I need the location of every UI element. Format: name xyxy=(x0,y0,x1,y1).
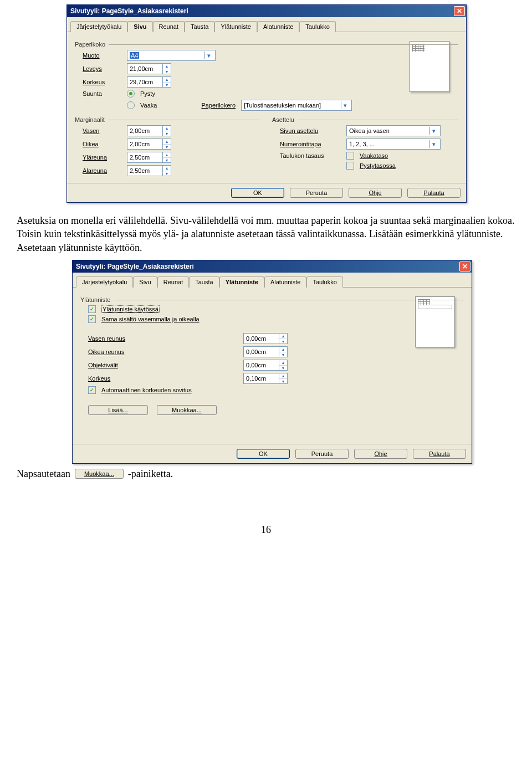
alareuna-spinner[interactable]: 2,50cm▴▾ xyxy=(127,165,171,176)
dialog-page-style-ylatunniste: Sivutyyli: PageStyle_Asiakasrekisteri ✕ … xyxy=(72,260,472,464)
paperilokero-select[interactable]: [Tulostinasetuksien mukaan] ▾ xyxy=(241,100,352,111)
titlebar: Sivutyyli: PageStyle_Asiakasrekisteri ✕ xyxy=(73,260,472,273)
automaattinen-label: Automaattinen korkeuden sovitus xyxy=(101,387,192,393)
sama-sisalto-check[interactable]: ✓ xyxy=(88,315,96,323)
leveys-spinner[interactable]: 21,00cm▴▾ xyxy=(127,63,171,74)
vasen-label: Vasen xyxy=(83,127,121,134)
pystytasossa-check[interactable] xyxy=(346,162,354,170)
inline-post: -painiketta. xyxy=(128,468,173,480)
tab-ylatunniste[interactable]: Ylätunniste xyxy=(219,276,264,288)
oikea-reunus-spinner[interactable]: 0,00cm▴▾ xyxy=(243,346,288,357)
pysty-label: Pysty xyxy=(140,90,155,97)
group-ylatunniste: Ylätunniste xyxy=(80,296,464,303)
tab-tausta[interactable]: Tausta xyxy=(185,21,214,32)
palauta-button[interactable]: Palauta xyxy=(413,449,466,459)
chevron-down-icon: ▾ xyxy=(204,52,213,59)
tab-sivu[interactable]: Sivu xyxy=(133,276,157,288)
tab-sivu[interactable]: Sivu xyxy=(127,21,152,32)
objektivalit-spinner[interactable]: 0,00cm▴▾ xyxy=(243,360,288,371)
korkeus-label: Korkeus xyxy=(83,79,121,85)
ok-button[interactable]: OK xyxy=(237,449,290,459)
vaaka-label: Vaaka xyxy=(140,102,157,109)
alareuna-label: Alareuna xyxy=(83,167,121,174)
ohje-button[interactable]: Ohje xyxy=(354,449,407,459)
lisaa-button[interactable]: Lisää... xyxy=(88,405,148,415)
tab-taulukko[interactable]: Taulukko xyxy=(306,276,342,288)
inline-muokkaa-button[interactable]: Muokkaa... xyxy=(75,469,124,479)
tab-taulukko[interactable]: Taulukko xyxy=(299,21,335,32)
korkeus2-spinner[interactable]: 0,10cm▴▾ xyxy=(243,373,288,384)
peruuta-button[interactable]: Peruuta xyxy=(295,449,349,459)
tab-ylatunniste[interactable]: Ylätunniste xyxy=(214,21,257,32)
tab-row: Järjestelytyökalu Sivu Reunat Tausta Ylä… xyxy=(73,273,472,288)
numerointi-label: Numerointitapa xyxy=(280,141,341,147)
tab-alatunniste[interactable]: Alatunniste xyxy=(264,276,306,288)
tab-jarjestelytyokalu[interactable]: Järjestelytyökalu xyxy=(70,21,127,32)
inline-pre: Napsautetaan xyxy=(17,468,70,480)
window-title: Sivutyyli: PageStyle_Asiakasrekisteri xyxy=(76,263,194,270)
chevron-down-icon: ▾ xyxy=(429,140,438,148)
button-bar: OK Peruuta Ohje Palauta xyxy=(67,183,466,202)
objektivalit-label: Objektivälit xyxy=(88,362,238,368)
vasen-spinner[interactable]: 2,00cm▴▾ xyxy=(127,125,171,136)
close-icon[interactable]: ✕ xyxy=(454,6,465,16)
numerointi-select[interactable]: 1, 2, 3, ...▾ xyxy=(346,139,441,150)
leveys-label: Leveys xyxy=(83,65,121,72)
ylareuna-spinner[interactable]: 2,50cm▴▾ xyxy=(127,152,171,163)
ohje-button[interactable]: Ohje xyxy=(349,188,402,198)
ylareuna-label: Yläreuna xyxy=(83,154,121,161)
group-paperikoko: Paperikoko xyxy=(75,41,458,48)
muoto-label: Muoto xyxy=(83,52,121,59)
group-asettelu: Asettelu xyxy=(272,116,458,123)
dialog-page-style-sivu: Sivutyyli: PageStyle_Asiakasrekisteri ✕ … xyxy=(66,4,467,203)
page-preview xyxy=(410,41,449,92)
korkeus2-label: Korkeus xyxy=(88,375,238,382)
titlebar: Sivutyyli: PageStyle_Asiakasrekisteri ✕ xyxy=(67,5,466,17)
vaakataso-check[interactable] xyxy=(346,152,354,160)
sama-sisalto-label: Sama sisältö vasemmalla ja oikealla xyxy=(101,316,200,322)
oikea-reunus-label: Oikea reunus xyxy=(88,349,238,355)
automaattinen-check[interactable]: ✓ xyxy=(88,386,96,394)
vasen-reunus-spinner[interactable]: 0,00cm▴▾ xyxy=(243,333,288,344)
paperilokero-label: Paperilokero xyxy=(201,102,236,109)
ok-button[interactable]: OK xyxy=(231,188,284,198)
taulukon-tasaus-label: Taulukon tasaus xyxy=(280,152,341,159)
sivun-asettelu-select[interactable]: Oikea ja vasen▾ xyxy=(346,125,441,136)
muoto-select[interactable]: A4 ▾ xyxy=(127,50,216,61)
page-preview xyxy=(415,296,455,347)
muokkaa-button[interactable]: Muokkaa... xyxy=(157,405,217,415)
tab-alatunniste[interactable]: Alatunniste xyxy=(257,21,299,32)
close-icon[interactable]: ✕ xyxy=(459,262,470,271)
button-bar: OK Peruuta Ohje Palauta xyxy=(73,444,472,463)
inline-sentence: Napsautetaan Muokkaa... -painiketta. xyxy=(17,468,515,480)
oikea-label: Oikea xyxy=(83,141,121,147)
ylatunniste-kaytossa-check[interactable]: ✓ xyxy=(88,305,96,313)
chevron-down-icon: ▾ xyxy=(429,127,438,135)
vasen-reunus-label: Vasen reunus xyxy=(88,335,238,342)
group-marginaalit: Marginaalit xyxy=(75,116,261,123)
peruuta-button[interactable]: Peruuta xyxy=(290,188,343,198)
tab-row: Järjestelytyökalu Sivu Reunat Tausta Ylä… xyxy=(67,17,466,32)
korkeus-spinner[interactable]: 29,70cm▴▾ xyxy=(127,76,171,88)
page-number: 16 xyxy=(0,524,532,536)
palauta-button[interactable]: Palauta xyxy=(407,188,461,198)
tab-reunat[interactable]: Reunat xyxy=(157,276,189,288)
ylatunniste-kaytossa-label: Ylätunniste käytössä xyxy=(101,305,160,313)
tab-jarjestelytyokalu[interactable]: Järjestelytyökalu xyxy=(76,276,133,288)
pysty-radio[interactable] xyxy=(127,90,135,98)
vaakataso-label: Vaakataso xyxy=(360,152,388,159)
tab-tausta[interactable]: Tausta xyxy=(189,276,219,288)
tab-reunat[interactable]: Reunat xyxy=(153,21,185,32)
paragraph-1: Asetuksia on monella eri välilehdellä. S… xyxy=(17,214,515,254)
vaaka-radio[interactable] xyxy=(127,101,135,109)
suunta-label: Suunta xyxy=(83,90,121,97)
chevron-down-icon: ▾ xyxy=(341,101,349,109)
window-title: Sivutyyli: PageStyle_Asiakasrekisteri xyxy=(70,7,188,15)
pystytasossa-label: Pystytasossa xyxy=(360,162,396,169)
sivun-asettelu-label: Sivun asettelu xyxy=(280,127,341,134)
oikea-spinner[interactable]: 2,00cm▴▾ xyxy=(127,139,171,150)
